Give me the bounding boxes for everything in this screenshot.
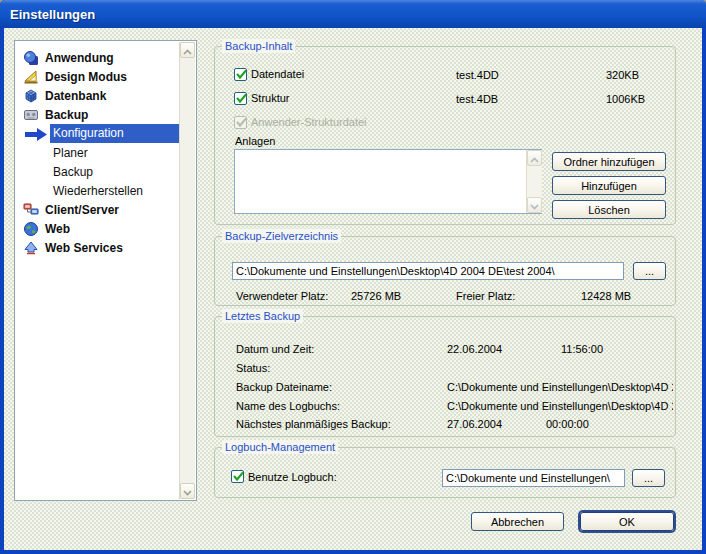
sidebar-item-label: Backup	[45, 106, 88, 125]
sidebar-item-label: Datenbank	[45, 87, 106, 106]
sidebar-item-label: Wiederherstellen	[53, 182, 143, 201]
next-backup-label: Nächstes planmäßiges Backup:	[236, 418, 391, 431]
anlagen-label: Anlagen	[235, 135, 275, 148]
database-icon	[23, 88, 39, 104]
web-services-icon	[23, 240, 39, 256]
log-name-value: C:\Dokumente und Einstellungen\Desktop\4…	[447, 400, 673, 413]
group-title: Logbuch-Management	[222, 440, 338, 454]
last-backup-time-value: 11:56:00	[561, 343, 603, 356]
group-last-backup: Letztes Backup Datum und Zeit: 22.06.200…	[214, 316, 676, 437]
use-log-checkbox[interactable]	[231, 470, 244, 483]
free-space-value: 12428 MB	[581, 290, 631, 303]
anwender-strukturdatei-label: Anwender-Strukturdatei	[251, 116, 367, 129]
free-space-label: Freier Platz:	[456, 290, 515, 303]
data-file-name: test.4DD	[456, 69, 499, 82]
scroll-down-icon	[183, 482, 192, 500]
scroll-up-icon	[530, 149, 539, 167]
add-folder-button[interactable]: Ordner hinzufügen	[552, 152, 666, 171]
status-label: Status:	[236, 362, 270, 375]
log-path-input[interactable]	[442, 469, 625, 487]
settings-tree: Anwendung Design Modus Datenbank Backup …	[14, 40, 197, 501]
group-title: Backup-Inhalt	[222, 39, 295, 53]
title-bar[interactable]: Einstellungen	[0, 0, 706, 28]
backup-icon	[23, 107, 39, 123]
group-log-management: Logbuch-Management Benutze Logbuch: ...	[214, 447, 676, 498]
attachments-scrollbar[interactable]	[526, 150, 542, 213]
group-backup-content: Backup-Inhalt Datendatei test.4DD 320KB …	[214, 46, 676, 225]
sidebar-item-label: Web	[45, 220, 70, 239]
sidebar-item-label: Anwendung	[45, 49, 114, 68]
struktur-label: Struktur	[251, 92, 290, 105]
used-space-label: Verwendeter Platz:	[236, 290, 328, 303]
scroll-up-button[interactable]	[527, 150, 542, 166]
cancel-button[interactable]: Abbrechen	[471, 512, 564, 531]
scroll-down-button[interactable]	[527, 197, 542, 213]
current-page-arrow-icon	[23, 127, 49, 140]
application-icon	[23, 50, 39, 66]
settings-dialog: Einstellungen Anwendung Design Modus Dat…	[0, 0, 706, 554]
next-backup-date-value: 27.06.2004	[447, 418, 502, 431]
group-title: Backup-Zielverzeichnis	[222, 229, 341, 243]
use-log-label: Benutze Logbuch:	[248, 471, 337, 484]
window-title: Einstellungen	[0, 7, 95, 22]
dialog-body: Anwendung Design Modus Datenbank Backup …	[4, 28, 702, 550]
scroll-down-button[interactable]	[180, 483, 195, 499]
data-file-size: 320KB	[606, 69, 639, 82]
web-icon	[23, 221, 39, 237]
browse-destination-button[interactable]: ...	[633, 262, 666, 280]
sidebar-item-label: Konfiguration	[53, 124, 124, 143]
datendatei-label: Datendatei	[251, 68, 304, 81]
sidebar-item-label: Backup	[53, 163, 93, 182]
scroll-down-icon	[530, 196, 539, 214]
group-backup-destination: Backup-Zielverzeichnis ... Verwendeter P…	[214, 236, 676, 306]
destination-path-input[interactable]	[232, 262, 624, 280]
used-space-value: 25726 MB	[351, 290, 401, 303]
sidebar-item-label: Planer	[53, 144, 88, 163]
add-button[interactable]: Hinzufügen	[552, 176, 666, 195]
structure-file-name: test.4DB	[456, 93, 498, 106]
last-backup-date-label: Datum und Zeit:	[236, 343, 314, 356]
sidebar-item-label: Design Modus	[45, 68, 127, 87]
ok-button[interactable]: OK	[580, 512, 674, 531]
client-server-icon	[23, 202, 39, 218]
structure-file-size: 1006KB	[606, 93, 645, 106]
scroll-up-icon	[183, 41, 192, 59]
attachments-list[interactable]	[234, 149, 542, 214]
sidebar-item-konfiguration[interactable]: Konfiguration	[50, 124, 183, 143]
sidebar-item-label: Web Services	[45, 239, 123, 258]
last-backup-date-value: 22.06.2004	[447, 343, 502, 356]
next-backup-time-value: 00:00:00	[546, 418, 589, 431]
browse-log-button[interactable]: ...	[632, 469, 665, 487]
sidebar-item-label: Client/Server	[45, 201, 119, 220]
struktur-checkbox[interactable]	[234, 92, 247, 105]
backup-filename-value: C:\Dokumente und Einstellungen\Desktop\4…	[447, 381, 673, 394]
log-name-label: Name des Logbuchs:	[236, 400, 340, 413]
anwender-strukturdatei-checkbox	[234, 116, 247, 129]
delete-button[interactable]: Löschen	[552, 200, 666, 219]
backup-filename-label: Backup Dateiname:	[236, 381, 332, 394]
scroll-up-button[interactable]	[180, 42, 195, 58]
design-mode-icon	[23, 69, 39, 85]
sidebar-scrollbar[interactable]	[179, 42, 195, 499]
datendatei-checkbox[interactable]	[234, 68, 247, 81]
group-title: Letztes Backup	[222, 309, 303, 323]
